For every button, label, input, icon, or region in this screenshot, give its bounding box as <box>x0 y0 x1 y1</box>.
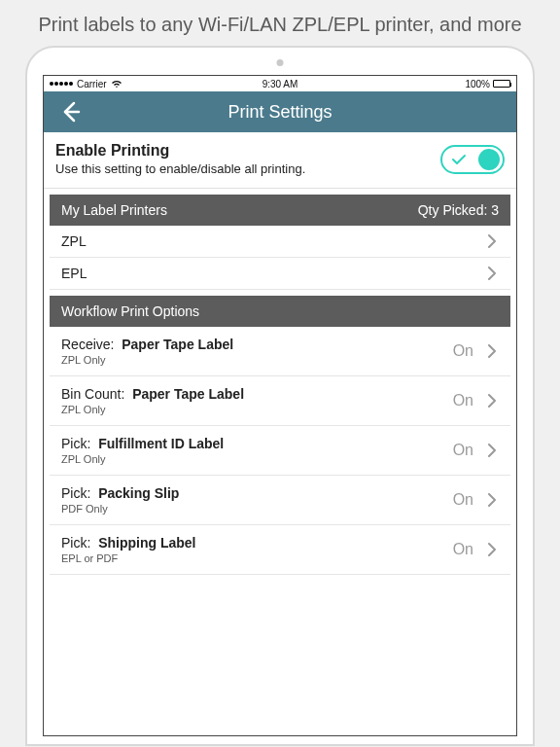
workflow-prefix: Pick: <box>61 485 90 501</box>
signal-icon <box>50 82 73 86</box>
toggle-knob <box>478 149 500 170</box>
qty-picked-label: Qty Picked: 3 <box>418 202 499 218</box>
status-time: 9:30 AM <box>262 79 298 89</box>
workflow-sub: EPL or PDF <box>61 552 453 564</box>
app-header: Print Settings <box>44 91 516 132</box>
printer-row-zpl[interactable]: ZPL <box>50 226 510 258</box>
workflow-row-receive[interactable]: Receive: Paper Tape Label ZPL Only On <box>50 327 510 376</box>
workflow-row-pick-fulfillment[interactable]: Pick: Fulfillment ID Label ZPL Only On <box>50 426 510 476</box>
workflow-sub: ZPL Only <box>61 404 453 415</box>
chevron-right-icon <box>487 443 497 458</box>
battery-icon <box>493 80 510 88</box>
workflow-sub: ZPL Only <box>61 354 453 366</box>
chevron-right-icon <box>487 393 497 409</box>
workflow-label: Fulfillment ID Label <box>98 436 224 451</box>
workflow-prefix: Pick: <box>61 535 90 551</box>
camera-icon <box>277 59 284 66</box>
page-caption: Print labels to any Wi-Fi/LAN ZPL/EPL pr… <box>0 0 560 46</box>
workflow-header-label: Workflow Print Options <box>61 303 199 319</box>
workflow-row-bincount[interactable]: Bin Count: Paper Tape Label ZPL Only On <box>50 376 510 426</box>
workflow-state: On <box>453 342 473 360</box>
battery-percent: 100% <box>465 79 490 89</box>
enable-printing-row: Enable Printing Use this setting to enab… <box>44 132 516 189</box>
workflow-row-pick-shipping[interactable]: Pick: Shipping Label EPL or PDF On <box>50 525 510 575</box>
workflow-row-pick-packing[interactable]: Pick: Packing Slip PDF Only On <box>50 476 510 525</box>
workflow-prefix: Bin Count: <box>61 386 124 402</box>
workflow-sub: PDF Only <box>61 503 453 515</box>
arrow-left-icon <box>57 99 83 124</box>
workflow-state: On <box>453 392 473 409</box>
workflow-label: Paper Tape Label <box>132 386 244 402</box>
printer-name: ZPL <box>61 233 87 249</box>
workflow-label: Shipping Label <box>98 535 195 551</box>
workflow-prefix: Pick: <box>61 436 90 451</box>
workflow-section-header: Workflow Print Options <box>50 296 510 327</box>
enable-subtitle: Use this setting to enable/disable all p… <box>55 161 440 176</box>
workflow-state: On <box>453 541 473 558</box>
wifi-icon <box>111 80 122 89</box>
screen: Carrier 9:30 AM 100% Print Settings <box>43 75 517 736</box>
chevron-right-icon <box>487 492 497 508</box>
chevron-right-icon <box>487 233 497 249</box>
page-title: Print Settings <box>228 102 332 123</box>
chevron-right-icon <box>487 343 497 359</box>
carrier-label: Carrier <box>77 79 107 89</box>
workflow-label: Packing Slip <box>98 485 179 501</box>
printers-section-header: My Label Printers Qty Picked: 3 <box>50 195 510 226</box>
back-button[interactable] <box>44 99 96 124</box>
workflow-state: On <box>453 491 473 509</box>
workflow-state: On <box>453 442 473 459</box>
workflow-sub: ZPL Only <box>61 453 453 465</box>
chevron-right-icon <box>487 542 497 557</box>
workflow-prefix: Receive: <box>61 337 114 352</box>
chevron-right-icon <box>487 266 497 281</box>
enable-printing-toggle[interactable] <box>440 145 505 174</box>
printer-name: EPL <box>61 266 87 281</box>
status-bar: Carrier 9:30 AM 100% <box>44 76 516 91</box>
printer-row-epl[interactable]: EPL <box>50 258 510 290</box>
printers-header-label: My Label Printers <box>61 202 167 218</box>
device-frame: Carrier 9:30 AM 100% Print Settings <box>25 46 535 746</box>
enable-title: Enable Printing <box>55 142 440 160</box>
workflow-label: Paper Tape Label <box>122 337 233 352</box>
check-icon <box>451 154 467 165</box>
